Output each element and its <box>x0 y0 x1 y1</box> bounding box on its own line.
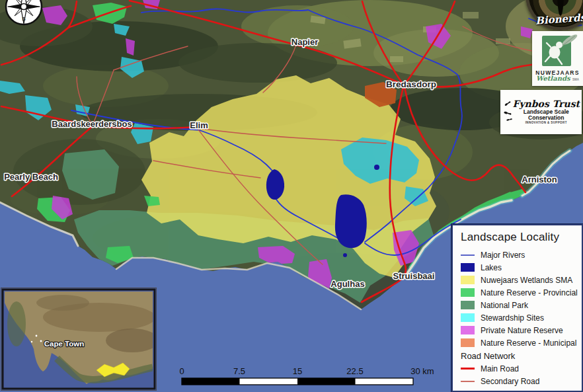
place-label-baardskeerdersbos: Baardskeerdersbos <box>52 119 132 129</box>
scale-tick: 7.5 <box>233 366 245 376</box>
landscape-locality-map: Napier Bredasdorp Baardskeerdersbos Elim… <box>0 0 583 392</box>
stewardship-swatch <box>461 313 475 322</box>
ants-illustration-icon <box>502 93 513 132</box>
legend-item-national-park: National Park <box>461 299 579 311</box>
place-label-agulhas: Agulhas <box>330 279 364 289</box>
place-label-bredasdorp: Bredasdorp <box>386 79 436 89</box>
fynbos-logo-tagline: INNOVATION & SUPPORT <box>513 122 580 125</box>
legend-item-main-road: Main Road <box>461 362 579 375</box>
scale-tick: 15 <box>293 366 302 376</box>
legend-item-label: Stewardship Sites <box>481 313 544 323</box>
private-reserve-swatch <box>461 326 475 334</box>
place-label-pearly-beach: Pearly Beach <box>4 172 58 182</box>
place-label-struisbaai: Struisbaai <box>393 271 435 281</box>
legend-item-label: Nuwejaars Wetlands SMA <box>481 276 572 285</box>
legend-item-label: Nature Reserve - Municipal <box>481 338 576 348</box>
legend-item-label: Secondary Road <box>481 377 539 386</box>
legend-item-label: Main Road <box>481 364 519 373</box>
main-road-line-swatch <box>461 368 475 370</box>
legend-item-label: Nature Reserve - Provincial <box>481 288 578 297</box>
nuwejaars-logo-suffix: SMA <box>572 78 579 81</box>
legend-title: Landscape Locality <box>461 231 579 244</box>
scale-tick: 22.5 <box>346 366 363 376</box>
legend-item-stewardship-sites: Stewardship Sites <box>461 311 579 324</box>
bionerds-logo-text: Bionerds <box>535 11 583 26</box>
legend-item-label: Private Nature Reserve <box>481 326 563 335</box>
legend-item-private-reserve: Private Nature Reserve <box>461 324 579 336</box>
provincial-swatch <box>461 288 475 297</box>
fynbos-logo-name: Fynbos Trust <box>513 99 580 109</box>
national-park-swatch <box>461 301 475 309</box>
legend-item-label: National Park <box>481 301 528 310</box>
fynbos-trust-logo: Fynbos Trust Landscape Scale Conservatio… <box>500 90 582 134</box>
legend-item-label: Major Rivers <box>481 251 525 260</box>
place-label-napier: Napier <box>292 37 318 47</box>
legend-item-label: Lakes <box>481 263 502 272</box>
legend-item-provincial-reserve: Nature Reserve - Provincial <box>461 286 579 299</box>
place-label-elim: Elim <box>190 120 208 130</box>
municipal-reserve-swatch <box>461 338 475 347</box>
legend-item-municipal-reserve: Nature Reserve - Municipal <box>461 336 579 349</box>
nuwejaars-wetlands-logo: NUWEJAARS Wetlands SMA <box>532 31 583 86</box>
compass-south-label: S <box>22 16 26 22</box>
nuwejaars-frog-icon <box>537 34 579 69</box>
river-line-swatch <box>461 255 475 256</box>
inset-map: Cape Town <box>1 288 159 391</box>
legend-item-nuwejaars-sma: Nuwejaars Wetlands SMA <box>461 274 579 286</box>
place-label-arniston: Arniston <box>522 175 557 184</box>
fynbos-logo-line3: Conservation <box>513 115 580 121</box>
legend-road-network-header: Road Network <box>461 349 579 362</box>
scale-tick: 0 <box>179 366 184 376</box>
legend-item-major-rivers: Major Rivers <box>461 249 579 261</box>
legend-panel: Landscape Locality Major Rivers Lakes Nu… <box>451 224 583 392</box>
legend-item-lakes: Lakes <box>461 261 579 274</box>
inset-city-label: Cape Town <box>44 340 84 348</box>
lakes-swatch <box>461 263 475 272</box>
legend-item-secondary-road: Secondary Road <box>461 375 579 387</box>
sma-swatch <box>461 276 475 284</box>
nuwejaars-logo-subname: Wetlands SMA <box>532 75 583 82</box>
secondary-road-line-swatch <box>461 381 475 382</box>
scale-tick: 30 km <box>410 366 434 376</box>
